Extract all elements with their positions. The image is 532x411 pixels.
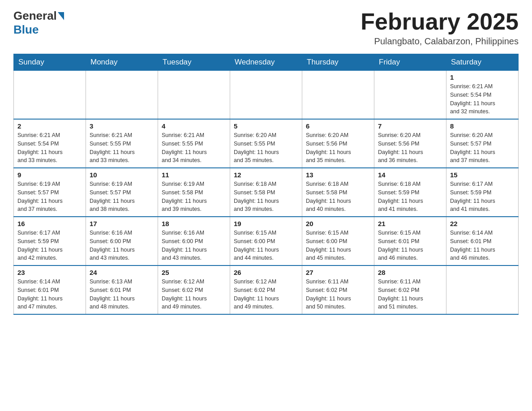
day-number: 6 <box>306 122 370 130</box>
calendar-day-cell: 6Sunrise: 6:20 AMSunset: 5:56 PMDaylight… <box>302 119 374 168</box>
day-info: Sunrise: 6:18 AMSunset: 5:58 PMDaylight:… <box>234 180 298 214</box>
day-info: Sunrise: 6:17 AMSunset: 5:59 PMDaylight:… <box>450 180 515 214</box>
day-number: 11 <box>162 171 226 179</box>
day-info: Sunrise: 6:19 AMSunset: 5:58 PMDaylight:… <box>162 180 226 214</box>
calendar-day-cell: 25Sunrise: 6:12 AMSunset: 6:02 PMDayligh… <box>158 265 230 314</box>
day-info: Sunrise: 6:12 AMSunset: 6:02 PMDaylight:… <box>162 278 226 311</box>
logo-arrow-icon <box>58 12 64 20</box>
day-number: 17 <box>90 220 154 227</box>
calendar-day-cell: 26Sunrise: 6:12 AMSunset: 6:02 PMDayligh… <box>230 265 302 314</box>
calendar-day-cell: 23Sunrise: 6:14 AMSunset: 6:01 PMDayligh… <box>14 265 86 314</box>
calendar-day-cell: 21Sunrise: 6:15 AMSunset: 6:01 PMDayligh… <box>374 217 446 265</box>
calendar-body: 1Sunrise: 6:21 AMSunset: 5:54 PMDaylight… <box>14 71 519 315</box>
calendar-week-row: 1Sunrise: 6:21 AMSunset: 5:54 PMDaylight… <box>14 71 519 120</box>
day-info: Sunrise: 6:14 AMSunset: 6:01 PMDaylight:… <box>17 278 82 311</box>
day-number: 2 <box>17 122 82 130</box>
day-number: 9 <box>17 171 82 179</box>
calendar-title: February 2025 <box>360 9 519 34</box>
calendar-day-cell <box>230 71 302 120</box>
day-number: 22 <box>450 220 515 227</box>
calendar-day-cell: 14Sunrise: 6:18 AMSunset: 5:59 PMDayligh… <box>374 168 446 217</box>
day-info: Sunrise: 6:14 AMSunset: 6:01 PMDaylight:… <box>450 229 515 262</box>
day-info: Sunrise: 6:11 AMSunset: 6:02 PMDaylight:… <box>378 278 442 311</box>
calendar-day-cell <box>374 71 446 120</box>
weekday-header-wednesday: Wednesday <box>230 54 302 71</box>
weekday-header-saturday: Saturday <box>446 54 519 71</box>
day-info: Sunrise: 6:15 AMSunset: 6:00 PMDaylight:… <box>306 229 370 262</box>
weekday-header-row: SundayMondayTuesdayWednesdayThursdayFrid… <box>14 54 519 71</box>
day-number: 24 <box>90 269 154 276</box>
day-number: 28 <box>378 269 442 276</box>
calendar-day-cell: 17Sunrise: 6:16 AMSunset: 6:00 PMDayligh… <box>86 217 158 265</box>
logo-general-text: General <box>13 9 57 23</box>
day-number: 1 <box>450 73 515 81</box>
day-number: 19 <box>234 220 298 227</box>
calendar-header: SundayMondayTuesdayWednesdayThursdayFrid… <box>14 54 519 71</box>
day-number: 10 <box>90 171 154 179</box>
day-info: Sunrise: 6:17 AMSunset: 5:59 PMDaylight:… <box>17 229 82 262</box>
logo: General Blue <box>13 9 65 37</box>
day-number: 26 <box>234 269 298 276</box>
day-info: Sunrise: 6:21 AMSunset: 5:54 PMDaylight:… <box>17 131 82 165</box>
calendar-week-row: 2Sunrise: 6:21 AMSunset: 5:54 PMDaylight… <box>14 119 519 168</box>
day-number: 13 <box>306 171 370 179</box>
calendar-day-cell: 13Sunrise: 6:18 AMSunset: 5:58 PMDayligh… <box>302 168 374 217</box>
calendar-table: SundayMondayTuesdayWednesdayThursdayFrid… <box>13 54 519 315</box>
day-info: Sunrise: 6:18 AMSunset: 5:58 PMDaylight:… <box>306 180 370 214</box>
day-number: 4 <box>162 122 226 130</box>
day-info: Sunrise: 6:19 AMSunset: 5:57 PMDaylight:… <box>90 180 154 214</box>
calendar-day-cell: 18Sunrise: 6:16 AMSunset: 6:00 PMDayligh… <box>158 217 230 265</box>
calendar-day-cell: 8Sunrise: 6:20 AMSunset: 5:57 PMDaylight… <box>446 119 519 168</box>
calendar-week-row: 23Sunrise: 6:14 AMSunset: 6:01 PMDayligh… <box>14 265 519 314</box>
calendar-day-cell <box>302 71 374 120</box>
day-number: 15 <box>450 171 515 179</box>
calendar-day-cell: 9Sunrise: 6:19 AMSunset: 5:57 PMDaylight… <box>14 168 86 217</box>
day-info: Sunrise: 6:12 AMSunset: 6:02 PMDaylight:… <box>234 278 298 311</box>
logo-blue-text: Blue <box>13 23 39 37</box>
day-info: Sunrise: 6:18 AMSunset: 5:59 PMDaylight:… <box>378 180 442 214</box>
calendar-day-cell: 19Sunrise: 6:15 AMSunset: 6:00 PMDayligh… <box>230 217 302 265</box>
calendar-day-cell <box>14 71 86 120</box>
calendar-day-cell <box>446 265 519 314</box>
calendar-day-cell: 24Sunrise: 6:13 AMSunset: 6:01 PMDayligh… <box>86 265 158 314</box>
day-info: Sunrise: 6:16 AMSunset: 6:00 PMDaylight:… <box>90 229 154 262</box>
calendar-day-cell: 16Sunrise: 6:17 AMSunset: 5:59 PMDayligh… <box>14 217 86 265</box>
calendar-day-cell: 3Sunrise: 6:21 AMSunset: 5:55 PMDaylight… <box>86 119 158 168</box>
day-info: Sunrise: 6:11 AMSunset: 6:02 PMDaylight:… <box>306 278 370 311</box>
day-number: 18 <box>162 220 226 227</box>
day-number: 5 <box>234 122 298 130</box>
day-info: Sunrise: 6:20 AMSunset: 5:55 PMDaylight:… <box>234 131 298 165</box>
day-info: Sunrise: 6:20 AMSunset: 5:56 PMDaylight:… <box>378 131 442 165</box>
calendar-day-cell <box>86 71 158 120</box>
day-info: Sunrise: 6:20 AMSunset: 5:56 PMDaylight:… <box>306 131 370 165</box>
calendar-day-cell: 28Sunrise: 6:11 AMSunset: 6:02 PMDayligh… <box>374 265 446 314</box>
calendar-day-cell: 12Sunrise: 6:18 AMSunset: 5:58 PMDayligh… <box>230 168 302 217</box>
day-info: Sunrise: 6:15 AMSunset: 6:01 PMDaylight:… <box>378 229 442 262</box>
calendar-day-cell <box>158 71 230 120</box>
day-number: 7 <box>378 122 442 130</box>
day-number: 8 <box>450 122 515 130</box>
day-number: 14 <box>378 171 442 179</box>
calendar-week-row: 16Sunrise: 6:17 AMSunset: 5:59 PMDayligh… <box>14 217 519 265</box>
day-number: 27 <box>306 269 370 276</box>
weekday-header-tuesday: Tuesday <box>158 54 230 71</box>
day-info: Sunrise: 6:21 AMSunset: 5:55 PMDaylight:… <box>90 131 154 165</box>
weekday-header-sunday: Sunday <box>14 54 86 71</box>
calendar-day-cell: 27Sunrise: 6:11 AMSunset: 6:02 PMDayligh… <box>302 265 374 314</box>
calendar-day-cell: 10Sunrise: 6:19 AMSunset: 5:57 PMDayligh… <box>86 168 158 217</box>
day-number: 3 <box>90 122 154 130</box>
calendar-day-cell: 22Sunrise: 6:14 AMSunset: 6:01 PMDayligh… <box>446 217 519 265</box>
calendar-week-row: 9Sunrise: 6:19 AMSunset: 5:57 PMDaylight… <box>14 168 519 217</box>
calendar-day-cell: 11Sunrise: 6:19 AMSunset: 5:58 PMDayligh… <box>158 168 230 217</box>
calendar-day-cell: 5Sunrise: 6:20 AMSunset: 5:55 PMDaylight… <box>230 119 302 168</box>
calendar-day-cell: 7Sunrise: 6:20 AMSunset: 5:56 PMDaylight… <box>374 119 446 168</box>
day-number: 25 <box>162 269 226 276</box>
calendar-day-cell: 2Sunrise: 6:21 AMSunset: 5:54 PMDaylight… <box>14 119 86 168</box>
day-info: Sunrise: 6:15 AMSunset: 6:00 PMDaylight:… <box>234 229 298 262</box>
day-number: 20 <box>306 220 370 227</box>
weekday-header-thursday: Thursday <box>302 54 374 71</box>
day-info: Sunrise: 6:19 AMSunset: 5:57 PMDaylight:… <box>17 180 82 214</box>
calendar-day-cell: 1Sunrise: 6:21 AMSunset: 5:54 PMDaylight… <box>446 71 519 120</box>
calendar-day-cell: 4Sunrise: 6:21 AMSunset: 5:55 PMDaylight… <box>158 119 230 168</box>
day-info: Sunrise: 6:20 AMSunset: 5:57 PMDaylight:… <box>450 131 515 165</box>
